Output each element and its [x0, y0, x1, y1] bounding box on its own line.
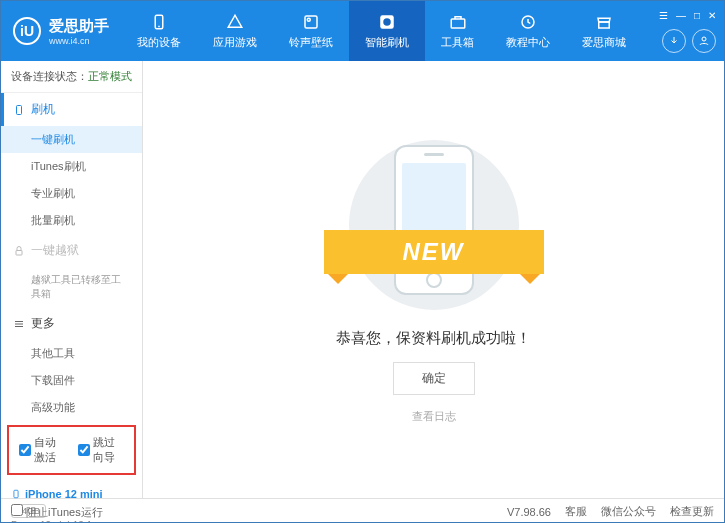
app-name: 爱思助手	[49, 17, 109, 36]
download-icon	[668, 35, 680, 47]
apps-icon	[226, 13, 244, 31]
svg-point-8	[702, 37, 706, 41]
image-icon	[302, 13, 320, 31]
svg-rect-14	[14, 490, 18, 498]
device-name: iPhone 12 mini	[11, 487, 132, 501]
logo-icon: iU	[13, 17, 41, 45]
menu-icon[interactable]: ☰	[659, 10, 668, 21]
sidebar-item-other-tools[interactable]: 其他工具	[1, 340, 142, 367]
wechat-link[interactable]: 微信公众号	[601, 504, 656, 519]
success-illustration: NEW	[334, 135, 534, 315]
sidebar-item-oneclick-flash[interactable]: 一键刷机	[1, 126, 142, 153]
book-icon	[519, 13, 537, 31]
nav-apps[interactable]: 应用游戏	[197, 1, 273, 61]
sidebar-item-batch-flash[interactable]: 批量刷机	[1, 207, 142, 234]
success-message: 恭喜您，保资料刷机成功啦！	[336, 329, 531, 348]
svg-point-3	[307, 18, 310, 21]
sidebar: 设备连接状态：正常模式 刷机 一键刷机 iTunes刷机 专业刷机 批量刷机 一…	[1, 61, 143, 498]
svg-rect-7	[599, 22, 610, 28]
app-header: iU 爱思助手 www.i4.cn 我的设备 应用游戏 铃声壁纸 智能刷机 工具…	[1, 1, 724, 61]
app-url: www.i4.cn	[49, 36, 109, 46]
svg-rect-10	[16, 250, 22, 255]
user-button[interactable]	[692, 29, 716, 53]
logo-area: iU 爱思助手 www.i4.cn	[1, 17, 121, 46]
nav-my-device[interactable]: 我的设备	[121, 1, 197, 61]
header-right: ☰ — □ ✕	[659, 10, 724, 53]
menu-lines-icon	[13, 318, 25, 330]
user-icon	[698, 35, 710, 47]
status-value: 正常模式	[88, 70, 132, 82]
support-link[interactable]: 客服	[565, 504, 587, 519]
check-update-link[interactable]: 检查更新	[670, 504, 714, 519]
toolbox-icon	[449, 13, 467, 31]
svg-rect-9	[17, 105, 22, 114]
nav-toolbox[interactable]: 工具箱	[425, 1, 490, 61]
main-nav: 我的设备 应用游戏 铃声壁纸 智能刷机 工具箱 教程中心 爱思商城	[121, 1, 659, 61]
download-button[interactable]	[662, 29, 686, 53]
sidebar-item-download-firmware[interactable]: 下载固件	[1, 367, 142, 394]
block-itunes-checkbox[interactable]: 阻止iTunes运行	[11, 504, 103, 520]
sidebar-group-jailbreak: 一键越狱	[1, 234, 142, 267]
main-content: NEW 恭喜您，保资料刷机成功啦！ 确定 查看日志	[143, 61, 724, 498]
minimize-icon[interactable]: —	[676, 10, 686, 21]
nav-ringtones[interactable]: 铃声壁纸	[273, 1, 349, 61]
nav-flash[interactable]: 智能刷机	[349, 1, 425, 61]
device-phone-icon	[11, 487, 21, 501]
window-controls: ☰ — □ ✕	[659, 10, 716, 21]
skip-guide-checkbox[interactable]: 跳过向导	[78, 435, 125, 465]
sidebar-item-advanced[interactable]: 高级功能	[1, 394, 142, 421]
version-label: V7.98.66	[507, 506, 551, 518]
sidebar-item-itunes-flash[interactable]: iTunes刷机	[1, 153, 142, 180]
new-ribbon: NEW	[324, 230, 544, 274]
nav-store[interactable]: 爱思商城	[566, 1, 642, 61]
flash-options: 自动激活 跳过向导	[7, 425, 136, 475]
nav-tutorials[interactable]: 教程中心	[490, 1, 566, 61]
lock-icon	[13, 245, 25, 257]
sidebar-group-more[interactable]: 更多	[1, 307, 142, 340]
ok-button[interactable]: 确定	[393, 362, 475, 395]
phone-small-icon	[13, 104, 25, 116]
jailbreak-note: 越狱工具已转移至工具箱	[1, 267, 142, 307]
sidebar-group-flash[interactable]: 刷机	[1, 93, 142, 126]
auto-activate-checkbox[interactable]: 自动激活	[19, 435, 66, 465]
view-log-link[interactable]: 查看日志	[412, 409, 456, 424]
maximize-icon[interactable]: □	[694, 10, 700, 21]
sidebar-item-pro-flash[interactable]: 专业刷机	[1, 180, 142, 207]
svg-rect-5	[451, 19, 465, 28]
refresh-icon	[378, 13, 396, 31]
store-icon	[595, 13, 613, 31]
close-icon[interactable]: ✕	[708, 10, 716, 21]
svg-rect-2	[305, 16, 317, 28]
phone-icon	[150, 13, 168, 31]
connection-status: 设备连接状态：正常模式	[1, 61, 142, 93]
